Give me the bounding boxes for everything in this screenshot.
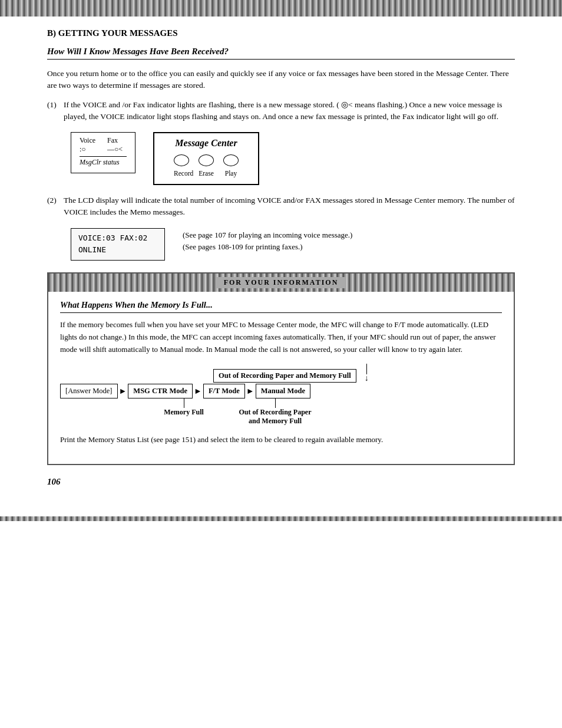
lcd-notes: (See page 107 for playing an incoming vo… (183, 228, 352, 254)
erase-label: Erase (199, 170, 214, 177)
page-number: 106 (47, 477, 515, 487)
manual-mode-box: Manual Mode (256, 384, 310, 398)
message-center-title: Message Center (166, 138, 246, 149)
fyi-body: If the memory becomes full when you have… (60, 319, 502, 355)
bottom-right-label-2: and Memory Full (249, 417, 302, 426)
vert-line-left (184, 398, 184, 408)
fax-label: Fax (107, 136, 123, 145)
lcd-line-2: ONLINE (78, 244, 157, 256)
flow-bottom: Memory Full Out of Recording Paper and M… (148, 398, 502, 426)
fyi-header-text: FOR YOUR INFORMATION (217, 277, 346, 288)
lcd-row: VOICE:03 FAX:02 ONLINE (See page 107 for… (71, 228, 515, 261)
voice-indicator: :○ (80, 145, 95, 154)
section-heading: B) GETTING YOUR MESSAGES (47, 28, 515, 38)
lcd-note-2: (See pages 108-109 for printing faxes.) (183, 241, 352, 253)
bottom-decorative-bar (0, 516, 562, 521)
list-content-2: The LCD display will indicate the total … (64, 195, 515, 219)
msg-clt-status: MsgClr status (80, 156, 127, 167)
fyi-header: FOR YOUR INFORMATION (48, 274, 514, 292)
bottom-left-label: Memory Full (164, 408, 204, 417)
fax-indicator: —○< (107, 145, 123, 154)
fyi-footer: Print the Memory Status List (see page 1… (60, 434, 502, 446)
voice-fax-top: Voice :○ Fax —○< (80, 136, 127, 154)
list-content-1: If the VOICE and /or Fax indicator light… (64, 99, 515, 123)
mc-buttons-row (166, 154, 246, 166)
message-center-box: Message Center Record Erase Play (153, 132, 259, 185)
lcd-line-1: VOICE:03 FAX:02 (78, 232, 157, 245)
intro-text: Once you return home or to the office yo… (47, 68, 515, 92)
top-decorative-bar (0, 0, 562, 17)
list-num-1: (1) (47, 99, 64, 123)
fyi-box: FOR YOUR INFORMATION What Happens When t… (47, 272, 515, 465)
list-item-2: (2) The LCD display will indicate the to… (47, 195, 515, 219)
page-content: B) GETTING YOUR MESSAGES How Will I Know… (0, 28, 562, 510)
erase-button-circle[interactable] (199, 154, 214, 166)
list-num-2: (2) (47, 195, 64, 219)
fyi-subtitle: What Happens When the Memory Is Full... (60, 300, 502, 313)
vert-line-right (275, 398, 276, 408)
mc-labels-row: Record Erase Play (166, 170, 246, 177)
bottom-right-area: Out of Recording Paper and Memory Full (225, 398, 325, 426)
msg-ctr-box: MSG CTR Mode (128, 384, 193, 398)
play-button-circle[interactable] (223, 154, 239, 166)
ft-mode-box: F/T Mode (203, 384, 245, 398)
arrow-2: ► (193, 387, 203, 396)
flow-main-row: [Answer Mode] ► MSG CTR Mode ► F/T Mode … (60, 384, 502, 398)
lcd-note-1: (See page 107 for playing an incoming vo… (183, 229, 352, 242)
record-label: Record (174, 170, 189, 177)
fax-col: Fax —○< (107, 136, 123, 154)
voice-label: Voice (80, 136, 95, 145)
bottom-left-area: Memory Full (148, 398, 219, 426)
lcd-display: VOICE:03 FAX:02 ONLINE (71, 228, 165, 261)
flow-diagram: Out of Recording Paper and Memory Full ↓… (60, 364, 502, 426)
page-container: B) GETTING YOUR MESSAGES How Will I Know… (0, 0, 562, 728)
voice-fax-box: Voice :○ Fax —○< MsgClr status (71, 132, 135, 173)
voice-col: Voice :○ (80, 136, 95, 154)
record-button-circle[interactable] (174, 154, 189, 166)
fyi-content: What Happens When the Memory Is Full... … (48, 292, 514, 464)
bottom-right-label-1: Out of Recording Paper (239, 408, 312, 417)
italic-heading: How Will I Know Messages Have Been Recei… (47, 47, 515, 60)
list-item-1: (1) If the VOICE and /or Fax indicator l… (47, 99, 515, 123)
answer-mode-box: [Answer Mode] (60, 384, 118, 398)
diagram-row-1: Voice :○ Fax —○< MsgClr status Message C… (71, 132, 515, 185)
arrow-1: ► (118, 387, 128, 396)
top-flow-label: Out of Recording Paper and Memory Full (213, 369, 356, 383)
play-label: Play (223, 170, 239, 177)
arrow-3: ► (245, 387, 256, 396)
